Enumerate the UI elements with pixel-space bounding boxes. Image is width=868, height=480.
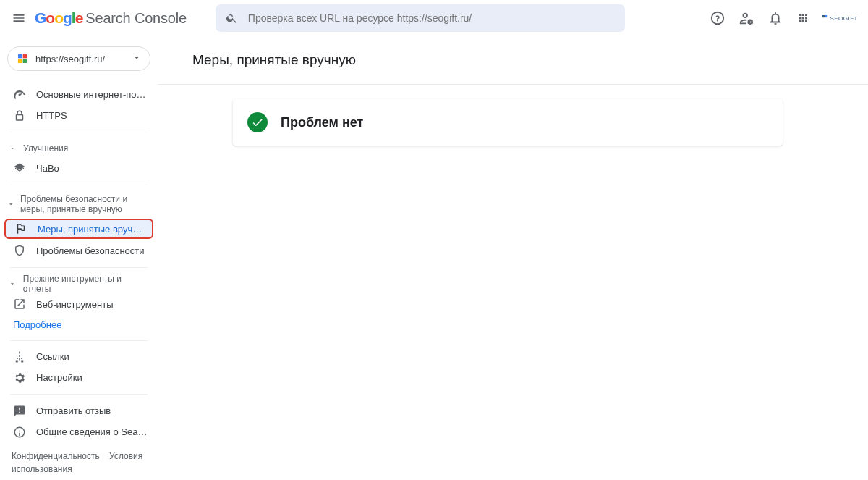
sidebar-item-label: Основные интернет-по… <box>36 89 146 100</box>
sidebar-item-more[interactable]: Подробнее <box>0 315 158 334</box>
sidebar-item-label: ЧаВо <box>36 163 59 174</box>
sidebar-item-label: Веб-инструменты <box>36 299 114 310</box>
sidebar-item-label: HTTPS <box>36 110 67 121</box>
sidebar-item-web-tools[interactable]: Веб-инструменты <box>0 294 158 315</box>
app-header: Google Search Console SEOGIFT <box>0 0 868 36</box>
nav-separator <box>10 394 148 395</box>
svg-rect-1 <box>825 15 827 17</box>
sidebar-item-faq[interactable]: ЧаВо <box>0 158 158 179</box>
sitemap-icon <box>13 350 26 363</box>
sidebar-section-security[interactable]: Проблемы безопасности и меры, принятые в… <box>0 191 158 217</box>
sidebar-item-label: Ссылки <box>36 351 69 362</box>
status-card: Проблем нет <box>233 99 783 146</box>
sidebar-item-feedback[interactable]: Отправить отзыв <box>0 400 158 421</box>
url-inspection-input[interactable] <box>248 12 615 24</box>
layers-icon <box>13 162 26 175</box>
nav-separator <box>10 185 148 185</box>
section-label: Улучшения <box>23 143 68 153</box>
help-icon[interactable] <box>710 10 726 26</box>
title-separator <box>158 84 868 85</box>
privacy-link[interactable]: Конфиденциальность <box>12 451 100 461</box>
product-name: Search Console <box>85 10 187 27</box>
nav-separator <box>10 132 148 132</box>
triangle-down-icon <box>7 280 17 287</box>
speedometer-icon <box>13 88 26 101</box>
sidebar-section-legacy[interactable]: Прежние инструменты и отчеты <box>0 274 158 294</box>
menu-icon <box>12 11 26 25</box>
nav-separator <box>10 340 148 341</box>
sidebar-item-manual-actions[interactable]: Меры, принятые вручн… <box>4 219 153 238</box>
shield-icon <box>13 244 26 257</box>
sidebar-item-settings[interactable]: Настройки <box>0 367 158 388</box>
triangle-down-icon <box>7 145 17 152</box>
page-title-row: Меры, принятые вручную <box>192 36 868 81</box>
property-url: https://seogift.ru/ <box>35 54 125 64</box>
sidebar-item-label: Настройки <box>36 372 82 383</box>
sidebar-item-label: Отправить отзыв <box>36 405 111 416</box>
triangle-down-icon <box>7 201 14 208</box>
search-icon <box>226 12 238 25</box>
feedback-icon <box>13 405 26 418</box>
hamburger-menu-button[interactable] <box>10 9 27 27</box>
sidebar: https://seogift.ru/ Основные интернет-по… <box>0 36 158 480</box>
page-title: Меры, принятые вручную <box>192 52 868 68</box>
sidebar-item-security-issues[interactable]: Проблемы безопасности <box>0 240 158 261</box>
status-text: Проблем нет <box>281 115 363 130</box>
check-circle-icon <box>247 112 268 132</box>
main-content: Меры, принятые вручную Проблем нет <box>158 36 868 480</box>
sidebar-item-https[interactable]: HTTPS <box>0 105 158 126</box>
user-settings-icon[interactable] <box>739 10 754 26</box>
notifications-icon[interactable] <box>767 10 783 26</box>
sidebar-item-label: Общие сведения о Sea… <box>36 426 147 437</box>
sidebar-item-label: Проблемы безопасности <box>36 245 145 256</box>
url-inspection-search[interactable] <box>216 4 625 32</box>
open-in-new-icon <box>13 298 26 311</box>
property-selector[interactable]: https://seogift.ru/ <box>7 46 150 71</box>
sidebar-section-enhancements[interactable]: Улучшения <box>0 138 158 158</box>
sidebar-item-core-web-vitals[interactable]: Основные интернет-по… <box>0 84 158 105</box>
sidebar-item-label: Меры, принятые вручн… <box>38 224 145 235</box>
chevron-down-icon <box>132 54 141 64</box>
apps-grid-icon[interactable] <box>796 12 809 25</box>
info-icon <box>13 426 26 439</box>
google-wordmark: Google <box>35 9 82 27</box>
svg-rect-0 <box>822 15 825 17</box>
sidebar-item-about[interactable]: Общие сведения о Sea… <box>0 421 158 442</box>
nav-separator <box>10 267 148 268</box>
section-label: Проблемы безопасности и меры, принятые в… <box>20 194 150 214</box>
product-logo[interactable]: Google Search Console <box>35 9 187 27</box>
gear-icon <box>13 371 26 384</box>
brand-watermark: SEOGIFT <box>822 15 858 22</box>
section-label: Прежние инструменты и отчеты <box>23 274 150 294</box>
flag-icon <box>14 222 27 235</box>
sidebar-item-links[interactable]: Ссылки <box>0 347 158 368</box>
property-icon <box>17 53 28 64</box>
sidebar-footer: Конфиденциальность Условия использования <box>0 442 158 480</box>
lock-icon <box>13 109 26 122</box>
